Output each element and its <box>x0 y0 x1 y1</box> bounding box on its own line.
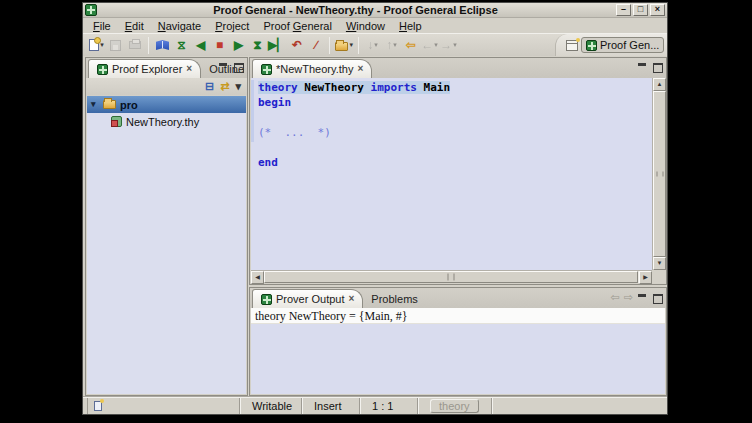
run-button[interactable]: ↓▾ <box>363 35 382 55</box>
new-wizard-icon <box>89 39 99 51</box>
proof-general-perspective-icon <box>586 40 597 51</box>
window-title: Proof General - NewTheory.thy - Proof Ge… <box>97 4 614 16</box>
tab-prover-output[interactable]: Prover Output × <box>252 289 363 308</box>
minimize-view-icon[interactable] <box>218 62 229 72</box>
process-to-end-button[interactable]: ▶▏ <box>267 35 287 55</box>
maximize-view-icon[interactable] <box>233 62 244 72</box>
view-menu-icon[interactable]: ▾ <box>235 81 241 92</box>
chevron-down-icon[interactable]: ▾ <box>91 100 99 109</box>
tab-proof-explorer[interactable]: Proof Explorer × <box>88 59 201 78</box>
code-editor[interactable]: theory NewTheory imports Mainbegin (* ..… <box>251 78 652 270</box>
undo-all-icon: ↶ <box>292 39 302 51</box>
menu-item-navigate[interactable]: Navigate <box>151 20 208 32</box>
toggle-scripting-icon: ∕ <box>315 39 317 51</box>
chevron-down-icon[interactable]: ▾ <box>393 41 397 49</box>
prover-output-content: theory NewTheory = {Main, #} <box>251 308 665 394</box>
perspective-switcher: Proof Gen... <box>555 34 667 56</box>
scroll-left-icon[interactable]: ◀ <box>251 271 264 284</box>
perspective-button[interactable]: Proof Gen... <box>581 37 664 53</box>
close-icon[interactable]: × <box>357 64 363 74</box>
open-task-button[interactable]: ▾ <box>334 35 354 55</box>
minimize-view-icon[interactable] <box>637 62 648 72</box>
toolbar-separator <box>358 37 359 54</box>
code-line: end <box>258 155 652 170</box>
screen: Proof General - NewTheory.thy - Proof Ge… <box>0 0 752 423</box>
code-lines: theory NewTheory imports Mainbegin (* ..… <box>251 78 652 170</box>
external-tools-button[interactable]: ↑▾ <box>382 35 401 55</box>
back-icon: ← <box>421 39 433 51</box>
new-wizard-button[interactable]: ▾ <box>87 35 106 55</box>
forward-button[interactable]: →▾ <box>439 35 458 55</box>
menu-item-help[interactable]: Help <box>392 20 429 32</box>
code-line <box>258 140 652 155</box>
goto-command-button[interactable]: ⧗ <box>248 35 267 55</box>
open-task-icon <box>335 42 348 51</box>
chevron-down-icon[interactable]: ▾ <box>434 41 438 49</box>
theory-file-icon <box>111 116 122 127</box>
maximize-window-button[interactable]: □ <box>633 4 648 16</box>
editor-vertical-scrollbar[interactable]: ▲ ▼ <box>652 78 665 270</box>
tab-problems[interactable]: Problems <box>363 289 425 308</box>
tab-newtheory-editor[interactable]: *NewTheory.thy × <box>252 59 372 78</box>
next-step-button[interactable]: ▶ <box>229 35 248 55</box>
open-perspective-icon[interactable] <box>566 40 578 51</box>
open-definition-button[interactable] <box>153 35 172 55</box>
toggle-scripting-button[interactable]: ∕ <box>306 35 325 55</box>
menu-item-edit[interactable]: Edit <box>118 20 151 32</box>
save-button[interactable] <box>106 35 125 55</box>
status-caret-position: 1 : 1 <box>359 398 417 414</box>
minimize-window-button[interactable]: – <box>616 4 631 16</box>
maximize-view-icon[interactable] <box>652 62 663 72</box>
restart-script-icon: ⧖ <box>177 39 185 51</box>
maximize-view-icon[interactable] <box>652 293 663 303</box>
editor-trim-icon[interactable] <box>94 401 102 411</box>
tree-row-file[interactable]: NewTheory.thy <box>87 113 246 130</box>
close-icon[interactable]: × <box>186 64 192 74</box>
undo-all-button[interactable]: ↶ <box>287 35 306 55</box>
collapse-all-icon[interactable]: ⊟ <box>205 81 214 92</box>
vertical-scroll-thumb[interactable] <box>653 91 666 257</box>
minimize-view-icon[interactable] <box>637 293 648 303</box>
interrupt-button[interactable]: ■ <box>210 35 229 55</box>
close-window-button[interactable]: × <box>650 4 665 16</box>
menu-item-file[interactable]: File <box>86 20 118 32</box>
scroll-right-icon[interactable]: ▶ <box>639 271 652 284</box>
back-button[interactable]: ←▾ <box>420 35 439 55</box>
scroll-down-icon[interactable]: ▼ <box>653 257 666 270</box>
forward-icon: → <box>440 39 452 51</box>
undo-step-button[interactable]: ◀ <box>191 35 210 55</box>
interrupt-icon: ■ <box>216 39 223 51</box>
tab-newtheory-label: *NewTheory.thy <box>276 63 353 75</box>
next-step-icon: ▶ <box>234 39 243 51</box>
chevron-down-icon[interactable]: ▾ <box>349 41 353 49</box>
status-bar: Writable Insert 1 : 1 theory <box>83 397 667 414</box>
tree-row-project[interactable]: ▾ pro <box>87 96 246 113</box>
project-tree[interactable]: ▾ pro NewTheory.thy <box>87 96 246 394</box>
print-icon <box>129 41 141 49</box>
prover-state-button[interactable]: theory <box>430 399 479 413</box>
toolbar: ▾⧖◀■▶⧗▶▏↶∕▾↓▾↑▾⇦←▾→▾ Proof Gen... <box>83 33 667 57</box>
editor-horizontal-scrollbar[interactable]: ◀ ▶ <box>251 270 652 283</box>
last-edit-location-button[interactable]: ⇦ <box>401 35 420 55</box>
menu-bar: FileEditNavigateProjectProof GeneralWind… <box>83 18 667 33</box>
output-forward-icon[interactable]: ⇨ <box>624 292 633 303</box>
link-with-editor-icon[interactable]: ⇄ <box>220 81 229 92</box>
chevron-down-icon[interactable]: ▾ <box>374 41 378 49</box>
restart-script-button[interactable]: ⧖ <box>172 35 191 55</box>
menu-item-window[interactable]: Window <box>339 20 392 32</box>
menu-item-proof-general[interactable]: Proof General <box>256 20 339 32</box>
scrollbar-corner <box>652 270 665 283</box>
process-to-end-icon: ▶▏ <box>268 39 286 51</box>
last-edit-location-icon: ⇦ <box>405 39 415 51</box>
explorer-view-toolbar: ⊟⇄▾ <box>86 78 247 95</box>
menu-item-project[interactable]: Project <box>208 20 256 32</box>
close-icon[interactable]: × <box>348 294 354 304</box>
tab-problems-label: Problems <box>371 293 417 305</box>
horizontal-scroll-thumb[interactable] <box>264 271 638 283</box>
output-back-icon[interactable]: ⇦ <box>611 292 620 303</box>
chevron-down-icon[interactable]: ▾ <box>100 41 104 49</box>
scroll-up-icon[interactable]: ▲ <box>653 78 666 91</box>
status-prover-state-cell: theory <box>417 398 491 414</box>
print-button[interactable] <box>125 35 144 55</box>
chevron-down-icon[interactable]: ▾ <box>453 41 457 49</box>
